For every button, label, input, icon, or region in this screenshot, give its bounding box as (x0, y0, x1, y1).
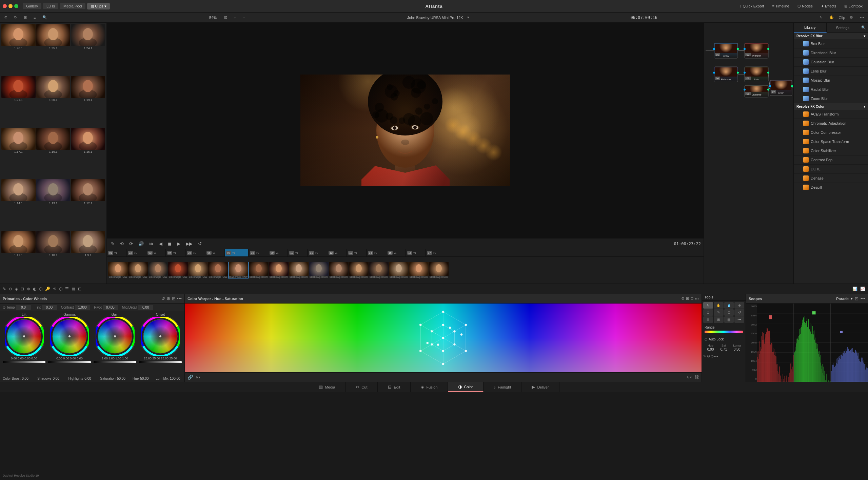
nodes-button[interactable]: ⬡ Nodes (795, 3, 815, 9)
color-tool-11[interactable]: ☰ (65, 287, 69, 291)
timeline-number-item[interactable]: 10V1 (288, 249, 308, 256)
timeline-clip[interactable]: Blackmagic RAW (108, 262, 128, 278)
color-tool-3[interactable]: ◈ (15, 287, 18, 291)
fx-color-item[interactable]: Contrast Pop (794, 155, 868, 165)
list-item[interactable]: 1.12.1 (71, 179, 105, 230)
temp-input[interactable] (16, 305, 31, 310)
auto-lock-checkbox[interactable] (705, 338, 707, 341)
fx-blur-item[interactable]: Directional Blur (794, 48, 868, 58)
fx-color-item[interactable]: Dehaze (794, 174, 868, 183)
timeline-clip[interactable]: Blackmagic RAW (429, 262, 449, 278)
tool-11[interactable]: ▤ (724, 316, 734, 323)
undo-control-button[interactable]: ⟲ (119, 241, 125, 247)
grid-view-button[interactable]: ⊞ (22, 15, 29, 20)
timeline-number-item[interactable]: 11V1 (308, 249, 327, 256)
luts-button[interactable]: LUTs (43, 3, 58, 9)
timeline-clip[interactable]: Blackmagic RAW (188, 262, 208, 278)
cursor-tool-button[interactable]: ↖ (817, 15, 825, 20)
color-tool-8[interactable]: 🔑 (45, 287, 50, 291)
list-item[interactable]: 1.26.1 (1, 24, 36, 75)
go-start-button[interactable]: ⏮ (148, 241, 155, 247)
fx-color-item[interactable]: ACES Transform (794, 110, 868, 119)
timeline-clip[interactable]: Blackmagic RAW (228, 262, 249, 278)
fx-blur-item[interactable]: Mosaic Blur (794, 76, 868, 85)
list-item[interactable]: 1.17.1 (1, 128, 36, 179)
color-tool-10[interactable]: ⬡ (59, 287, 62, 291)
timeline-clip[interactable]: Blackmagic RAW (329, 262, 349, 278)
timeline-clip[interactable]: Blackmagic RAW (128, 262, 148, 278)
fx-blur-item[interactable]: Gaussian Blur (794, 58, 868, 67)
close-button[interactable] (3, 4, 7, 8)
warper-chain-icon[interactable]: ⛓ (694, 375, 699, 380)
timeline-clip[interactable]: Blackmagic RAW (168, 262, 188, 278)
timeline-number-item[interactable]: 09V1 (268, 249, 288, 256)
timeline-number-item[interactable]: 14V1 (367, 249, 386, 256)
circle-icon[interactable]: ⊙ (707, 354, 710, 358)
redo-control-button[interactable]: ⟳ (128, 241, 134, 247)
bottom-tab-edit[interactable]: ⊟Edit (378, 382, 411, 392)
color-tool-7[interactable]: ⬡ (39, 287, 42, 291)
timeline-clip[interactable]: Blackmagic RAW (208, 262, 228, 278)
warper-grid-icon[interactable]: ⊞ (686, 296, 689, 301)
color-wheel-lift[interactable]: Lift0.00 0.00 0.00 0.00 (3, 313, 45, 374)
list-item[interactable]: 1.11.1 (1, 231, 36, 282)
timeline-number-item[interactable]: 07V1 (225, 249, 249, 256)
fx-color-item[interactable]: Chromatic Adaptation (794, 119, 868, 128)
more-options-button[interactable]: ••• (858, 15, 866, 20)
dropdown-arrow-icon[interactable]: ▾ (467, 15, 469, 20)
quick-export-button[interactable]: ↑ Quick Export (738, 3, 766, 9)
warp-tool-button[interactable]: ⊡ (724, 309, 734, 316)
color-wheel-gain[interactable]: Gain1.00 1.00 1.00 1.00 (94, 313, 136, 374)
effects-button[interactable]: ✦ Effects (819, 3, 839, 9)
scopes-more-icon[interactable]: ••• (861, 296, 865, 301)
bottom-tab-media[interactable]: ▤Media (309, 382, 346, 392)
media-pool-button[interactable]: Media Pool (60, 3, 85, 9)
redo-icon[interactable]: ⟳ (12, 15, 19, 20)
timeline-clip[interactable]: Blackmagic RAW (349, 262, 369, 278)
tool-9[interactable]: ⊟ (703, 316, 713, 323)
tab-settings[interactable]: Settings (827, 23, 860, 33)
minimize-button[interactable] (8, 4, 13, 8)
warper-expand-icon[interactable]: ⊡ (690, 296, 693, 301)
color-tool-9[interactable]: ⟲ (53, 287, 56, 291)
search-button[interactable]: 🔍 (40, 15, 49, 20)
list-item[interactable]: 1.24.1 (71, 24, 105, 75)
wheel-slider[interactable] (3, 361, 45, 363)
fit-button[interactable]: ⊡ (222, 15, 229, 20)
bottom-tab-fairlight[interactable]: ♪Fairlight (484, 382, 522, 392)
list-item[interactable]: 1.13.1 (36, 179, 71, 230)
move-tool-button[interactable]: ✋ (714, 302, 724, 309)
lightbox-button[interactable]: ⊞ Lightbox (842, 3, 865, 9)
warper-canvas[interactable] (185, 304, 702, 372)
stop-button[interactable]: ◼ (166, 241, 173, 247)
collapse-color-icon[interactable]: ▾ (864, 105, 865, 108)
timeline-number-item[interactable]: 12V1 (327, 249, 347, 256)
parade-dropdown-icon[interactable]: ▾ (851, 296, 853, 301)
fx-blur-item[interactable]: Box Blur (794, 39, 868, 48)
zoom-out-button[interactable]: − (241, 15, 247, 20)
reset-tool-button[interactable]: ↺ (734, 309, 744, 316)
pen-tool-button[interactable]: ✎ (714, 309, 724, 316)
fx-color-item[interactable]: Color Space Transform (794, 137, 868, 146)
color-wheel-gamma[interactable]: Gamma0.00 0.00 0.00 0.00 (48, 313, 91, 374)
bottom-tab-deliver[interactable]: ▶Deliver (521, 382, 559, 392)
fx-color-item[interactable]: Despill (794, 183, 868, 192)
tint-input[interactable] (42, 305, 57, 310)
collapse-blur-icon[interactable]: ▾ (864, 34, 865, 38)
timeline-clip[interactable]: Blackmagic RAW (369, 262, 389, 278)
fx-blur-item[interactable]: Lens Blur (794, 67, 868, 76)
list-view-button[interactable]: ≡ (32, 15, 38, 20)
timeline-clip[interactable]: Blackmagic RAW (309, 262, 329, 278)
warper-link-icon[interactable]: 🔗 (188, 375, 193, 380)
fx-blur-item[interactable]: Zoom Blur (794, 94, 868, 103)
lasso-tool-button[interactable]: ⊙ (703, 309, 713, 316)
maximize-button[interactable] (14, 4, 18, 8)
bottom-tab-fusion[interactable]: ◈Fusion (411, 382, 448, 392)
scope-toggle-button[interactable]: 📊 (852, 287, 857, 291)
scopes-expand-icon[interactable]: ⊡ (855, 296, 859, 301)
list-item[interactable]: 1.25.1 (36, 24, 71, 75)
tab-library[interactable]: Library (794, 23, 827, 33)
select-tool-button[interactable]: ↖ (703, 302, 713, 309)
list-item[interactable]: 1.9.1 (71, 231, 105, 282)
wheels-grid-icon[interactable]: ⊞ (172, 296, 176, 301)
